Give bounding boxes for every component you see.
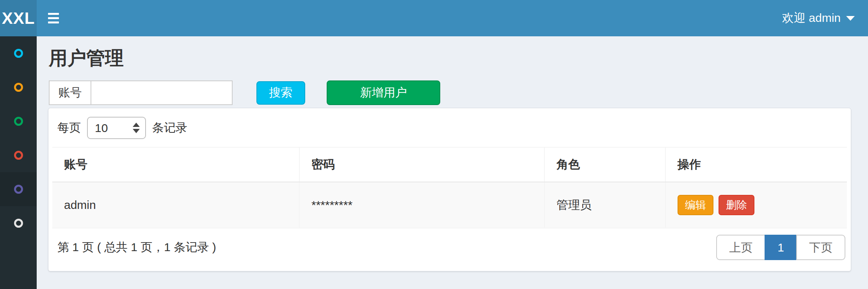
- page-size-row: 每页 10 条记录: [57, 117, 847, 139]
- table-header-row: 账号 密码 角色 操作: [52, 147, 847, 182]
- edit-button[interactable]: 编辑: [678, 195, 713, 215]
- column-header-role: 角色: [544, 147, 665, 182]
- prev-page-button[interactable]: 上页: [716, 235, 765, 260]
- welcome-user-label: 欢迎 admin: [782, 10, 841, 26]
- sidebar-item-2[interactable]: [0, 70, 37, 104]
- search-form: 账号 搜索 新增用户: [49, 80, 851, 105]
- sidebar-item-6[interactable]: [0, 206, 37, 240]
- cell-account: admin: [52, 182, 299, 228]
- search-button[interactable]: 搜索: [256, 81, 305, 105]
- account-input-group: 账号: [49, 80, 233, 105]
- column-header-actions: 操作: [665, 147, 847, 182]
- user-menu[interactable]: 欢迎 admin: [782, 0, 855, 36]
- add-user-button[interactable]: 新增用户: [327, 80, 440, 105]
- circle-o-icon: [14, 151, 23, 160]
- user-table: 账号 密码 角色 操作 admin ********* 管理员 编辑 删除: [52, 147, 847, 228]
- main-content: 用户管理 账号 搜索 新增用户 每页 10 条记录 账号 密码: [37, 36, 868, 289]
- app-logo[interactable]: XXL: [0, 0, 37, 36]
- account-search-input[interactable]: [91, 80, 233, 105]
- circle-o-icon: [14, 185, 23, 194]
- column-header-account: 账号: [52, 147, 299, 182]
- account-addon-label: 账号: [49, 80, 91, 105]
- circle-o-icon: [14, 83, 23, 92]
- cell-password: *********: [299, 182, 544, 228]
- cell-role: 管理员: [544, 182, 665, 228]
- circle-o-icon: [14, 117, 23, 126]
- page-1-button[interactable]: 1: [765, 235, 797, 260]
- page-size-suffix-label: 条记录: [152, 120, 187, 136]
- circle-o-icon: [14, 49, 23, 58]
- pagination-summary: 第 1 页 ( 总共 1 页，1 条记录 ): [57, 239, 216, 255]
- sidebar-toggle-hamburger-icon[interactable]: [48, 13, 59, 23]
- user-table-panel: 每页 10 条记录 账号 密码 角色 操作 admin: [48, 108, 851, 271]
- cell-actions: 编辑 删除: [665, 182, 847, 228]
- sidebar: [0, 36, 37, 289]
- sidebar-item-5-active[interactable]: [0, 172, 37, 206]
- page-size-select[interactable]: 10: [87, 117, 146, 139]
- caret-down-icon: [846, 16, 855, 21]
- pagination: 上页 1 下页: [716, 235, 845, 260]
- top-navbar: XXL 欢迎 admin: [0, 0, 868, 36]
- sidebar-item-1[interactable]: [0, 36, 37, 70]
- table-row: admin ********* 管理员 编辑 删除: [52, 182, 847, 228]
- circle-o-icon: [14, 219, 23, 228]
- next-page-button[interactable]: 下页: [796, 235, 845, 260]
- delete-button[interactable]: 删除: [719, 195, 754, 215]
- page-title: 用户管理: [49, 46, 851, 70]
- sidebar-item-4[interactable]: [0, 138, 37, 172]
- select-stepper-icon: [133, 123, 140, 133]
- sidebar-item-3[interactable]: [0, 104, 37, 138]
- page-size-prefix-label: 每页: [57, 120, 81, 136]
- table-footer: 第 1 页 ( 总共 1 页，1 条记录 ) 上页 1 下页: [52, 235, 847, 260]
- page-size-value: 10: [95, 121, 133, 135]
- column-header-password: 密码: [299, 147, 544, 182]
